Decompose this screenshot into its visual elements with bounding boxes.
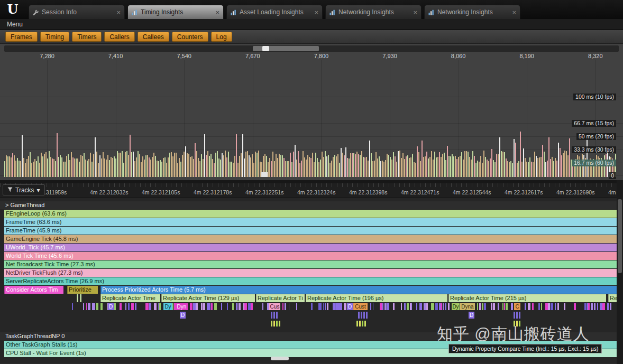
frame-bar[interactable] <box>502 152 503 177</box>
frame-bar[interactable] <box>456 159 457 177</box>
frame-bar[interactable] <box>322 152 323 177</box>
frame-bar[interactable] <box>168 157 169 177</box>
frame-bar[interactable] <box>406 156 407 177</box>
frame-bar[interactable] <box>66 156 67 177</box>
frame-bar[interactable] <box>309 157 310 178</box>
timing-event-tick[interactable] <box>80 294 81 302</box>
frame-bar[interactable] <box>228 152 229 177</box>
frame-bar[interactable] <box>299 163 300 177</box>
timing-event-prioritize[interactable]: Prioritize <box>67 286 98 294</box>
frame-bar[interactable] <box>160 160 161 177</box>
frame-bar[interactable] <box>441 157 442 177</box>
frame-bar[interactable] <box>120 153 121 177</box>
frame-bar[interactable] <box>301 161 302 177</box>
frame-bar[interactable] <box>223 155 224 177</box>
close-icon[interactable]: × <box>314 9 318 16</box>
frame-bar[interactable] <box>84 153 85 177</box>
frame-bar[interactable] <box>537 158 538 177</box>
frame-bar[interactable] <box>163 158 164 177</box>
frame-bar[interactable] <box>199 161 200 178</box>
frame-bar[interactable] <box>342 153 343 177</box>
frame-bar[interactable] <box>542 145 543 177</box>
frame-bar[interactable] <box>314 162 315 177</box>
frame-bar[interactable] <box>176 153 177 177</box>
frame-bar[interactable] <box>306 160 307 177</box>
frame-bar[interactable] <box>345 147 346 177</box>
frame-bar[interactable] <box>196 151 197 177</box>
frame-bar[interactable] <box>204 134 205 177</box>
frame-bar[interactable] <box>325 151 326 177</box>
frame-bar[interactable] <box>349 158 350 177</box>
frame-bar[interactable] <box>26 159 28 177</box>
frame-bar[interactable] <box>279 154 280 177</box>
frame-bar[interactable] <box>241 153 242 177</box>
frame-bar[interactable] <box>17 158 18 177</box>
frame-bar[interactable] <box>126 151 127 177</box>
frame-bar[interactable] <box>336 156 337 177</box>
frame-bar[interactable] <box>280 155 281 177</box>
frame-bar[interactable] <box>523 148 524 177</box>
frame-bar[interactable] <box>276 154 277 177</box>
frame-bar[interactable] <box>412 154 413 177</box>
frame-bar[interactable] <box>225 151 226 177</box>
frame-bar[interactable] <box>209 156 210 177</box>
frame-bar[interactable] <box>482 163 483 177</box>
frame-bar[interactable] <box>517 163 518 177</box>
frame-bar[interactable] <box>31 163 32 177</box>
frame-bar[interactable] <box>494 162 496 177</box>
frame-bar[interactable] <box>531 162 532 177</box>
frame-bar[interactable] <box>415 163 416 177</box>
frame-bar[interactable] <box>290 153 291 177</box>
tab-timing-insights[interactable]: Timing Insights× <box>127 5 224 19</box>
frame-bar[interactable] <box>128 155 129 177</box>
frame-bar[interactable] <box>390 157 391 177</box>
frame-bar[interactable] <box>344 155 345 177</box>
frame-bar[interactable] <box>399 151 400 177</box>
frame-bar[interactable] <box>401 158 402 177</box>
frame-bar[interactable] <box>144 160 145 177</box>
frame-bar[interactable] <box>526 162 527 177</box>
timing-event-process-prioritized-actors-time-5-7-ms[interactable]: Process Prioritized Actors Time (5.7 ms) <box>100 286 617 294</box>
frame-bar[interactable] <box>44 154 45 177</box>
frame-bar[interactable] <box>214 163 215 177</box>
frame-bar[interactable] <box>58 157 59 177</box>
frame-bar[interactable] <box>477 161 478 177</box>
frame-bar[interactable] <box>114 156 115 177</box>
frame-bar[interactable] <box>423 157 424 177</box>
frame-bar[interactable] <box>295 145 296 177</box>
frame-bar[interactable] <box>6 155 7 177</box>
frame-bar[interactable] <box>563 153 564 177</box>
frame-bar[interactable] <box>398 151 399 177</box>
close-icon[interactable]: × <box>413 9 417 16</box>
frame-bar[interactable] <box>226 157 227 177</box>
frame-bar[interactable] <box>215 153 216 177</box>
frame-bar[interactable] <box>317 158 318 177</box>
menu-button[interactable]: Menu <box>7 21 23 28</box>
frame-bar[interactable] <box>65 162 66 177</box>
frame-bar[interactable] <box>471 160 472 177</box>
frame-bar[interactable] <box>45 152 47 177</box>
frame-bar[interactable] <box>520 132 521 177</box>
frame-bar[interactable] <box>158 161 159 177</box>
frame-bar[interactable] <box>528 162 529 177</box>
tab-networking-insights[interactable]: Networking Insights× <box>325 5 422 19</box>
timing-event-consider-actors-tim[interactable]: Consider Actors Tim <box>4 286 63 294</box>
timing-event-d[interactable]: D <box>347 303 353 310</box>
frame-bar[interactable] <box>558 143 559 177</box>
frame-bar[interactable] <box>547 161 548 177</box>
frame-bar[interactable] <box>103 152 104 177</box>
frame-bar[interactable] <box>60 155 61 177</box>
frame-bar[interactable] <box>464 151 465 177</box>
timing-event-replicate-actor-time-129-s[interactable]: Replicate Actor Time (129 µs) <box>161 294 255 302</box>
frame-bar[interactable] <box>512 163 513 177</box>
frame-bar[interactable] <box>539 157 540 177</box>
frame-bar[interactable] <box>318 162 319 177</box>
frame-bar[interactable] <box>395 156 396 177</box>
frame-bar[interactable] <box>25 163 26 177</box>
frames-button[interactable]: Frames <box>5 32 38 42</box>
frame-bar[interactable] <box>117 151 118 178</box>
frames-hscrollbar[interactable] <box>4 45 619 52</box>
frame-bar[interactable] <box>483 151 484 177</box>
frame-bar[interactable] <box>475 163 477 177</box>
frame-bar[interactable] <box>315 153 316 177</box>
